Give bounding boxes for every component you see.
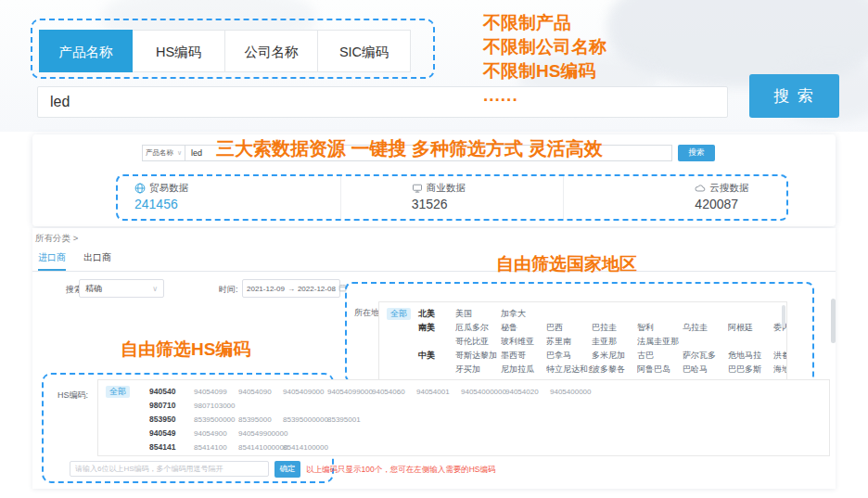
hs-code-item[interactable]: 940540 bbox=[149, 385, 194, 399]
hs-code-item[interactable]: 980710 bbox=[149, 399, 194, 413]
hs-code-item[interactable]: 9807103000 bbox=[194, 399, 238, 413]
region-item[interactable]: 美国 bbox=[455, 307, 501, 321]
filter-section: 所有分类 > 进口商 出口商 搜索模式: 精确 ∨ 时间: 2021-12-09… bbox=[32, 228, 836, 489]
stat-trade-data[interactable]: 贸易数据 241456 bbox=[118, 176, 340, 219]
tab-product-name[interactable]: 产品名称 bbox=[39, 30, 133, 72]
region-item[interactable]: 秘鲁 bbox=[501, 321, 546, 335]
annotation-line: ...... bbox=[483, 83, 606, 108]
hs-code-input[interactable] bbox=[70, 461, 269, 477]
hs-code-item[interactable]: 940549900000 bbox=[238, 427, 283, 441]
region-item[interactable]: 乌拉圭 bbox=[683, 321, 728, 335]
date-start: 2021-12-09 bbox=[247, 285, 285, 293]
region-item[interactable]: 阿鲁巴岛 bbox=[637, 363, 683, 377]
hs-code-item[interactable]: 854141000000 bbox=[238, 441, 283, 454]
mini-select-value: 产品名称 bbox=[146, 148, 173, 158]
summary-card: 产品名称 ∨ led 搜索 三大索数据资源 一键搜 多种筛选方式 灵活高效 bbox=[32, 134, 836, 226]
filter-area-scrollbar[interactable] bbox=[831, 299, 836, 343]
region-item[interactable]: 特立尼达和多巴... bbox=[546, 363, 592, 377]
search-type-tabs: 产品名称 HS编码 公司名称 SIC编码 bbox=[40, 30, 411, 72]
region-filter-panel: 全部 北美 美国 加拿大 南美 厄瓜多尔 秘鲁 巴西 巴拉圭 智利 乌拉圭 阿根… bbox=[378, 301, 787, 380]
hs-code-item[interactable]: 940549 bbox=[149, 427, 194, 441]
tab-importer[interactable]: 进口商 bbox=[38, 249, 66, 271]
breadcrumb[interactable]: 所有分类 > bbox=[35, 233, 78, 245]
region-item[interactable]: 巴拿马 bbox=[546, 349, 592, 363]
mini-search-type-select[interactable]: 产品名称 ∨ bbox=[142, 145, 185, 161]
hs-limit-note: 以上编码只显示100个，您可在左侧输入需要的HS编码 bbox=[306, 465, 496, 476]
main-search-input[interactable] bbox=[37, 86, 728, 118]
hs-code-item[interactable]: 94054099000 bbox=[327, 385, 372, 399]
hs-code-item[interactable]: 94054900 bbox=[194, 427, 238, 441]
region-item[interactable]: 巴巴多斯 bbox=[728, 363, 773, 377]
hs-all-chip[interactable]: 全部 bbox=[106, 386, 130, 398]
region-item[interactable]: 危地马拉 bbox=[728, 349, 773, 363]
hs-code-item[interactable]: 85395001 bbox=[327, 413, 372, 427]
hs-confirm-button[interactable]: 确定 bbox=[274, 461, 300, 478]
hs-code-item[interactable]: 85395000 bbox=[238, 413, 283, 427]
region-item[interactable]: 巴西 bbox=[546, 321, 592, 335]
region-item[interactable]: 苏里南 bbox=[546, 335, 592, 349]
region-item[interactable]: 牙买加 bbox=[455, 363, 501, 377]
importer-exporter-tabs: 进口商 出口商 bbox=[32, 249, 836, 272]
stat-label: 商业数据 bbox=[427, 182, 466, 195]
region-panel-scrollbar[interactable] bbox=[782, 305, 785, 327]
region-item[interactable]: 墨西哥 bbox=[501, 349, 546, 363]
tab-hs-code[interactable]: HS编码 bbox=[132, 30, 225, 72]
stat-value: 420087 bbox=[695, 197, 748, 211]
region-item[interactable]: 哥斯达黎加 bbox=[455, 349, 501, 363]
region-item[interactable]: 加拿大 bbox=[501, 307, 546, 321]
region-item[interactable]: 巴哈马 bbox=[683, 363, 728, 377]
region-item[interactable]: 多米尼加 bbox=[592, 349, 637, 363]
stats-highlight-box: 贸易数据 241456 商业数据 bbox=[116, 174, 788, 221]
region-item[interactable]: 阿根廷 bbox=[728, 321, 773, 335]
hero-annotations: 不限制产品 不限制公司名称 不限制HS编码 ...... bbox=[483, 11, 606, 108]
annotation-line: 不限制HS编码 bbox=[483, 59, 606, 83]
region-item[interactable]: 法属圭亚那 bbox=[637, 335, 683, 349]
region-item[interactable]: 波多黎各 bbox=[592, 363, 637, 377]
region-item[interactable]: 圭亚那 bbox=[592, 335, 637, 349]
stat-value: 31526 bbox=[412, 197, 466, 211]
hs-code-item[interactable]: 9405400000 bbox=[550, 385, 594, 399]
hs-code-item[interactable]: 94054000000 bbox=[461, 385, 505, 399]
tab-exporter[interactable]: 出口商 bbox=[83, 249, 111, 271]
region-item[interactable]: 尼加拉瓜 bbox=[501, 363, 546, 377]
main-search-button[interactable]: 搜 索 bbox=[749, 74, 839, 118]
region-item[interactable]: 智利 bbox=[637, 321, 683, 335]
hs-code-item[interactable]: 85414100 bbox=[194, 441, 238, 454]
search-mode-select[interactable]: 精确 ∨ bbox=[79, 279, 164, 298]
hs-code-item[interactable]: 94054060 bbox=[372, 385, 416, 399]
hs-code-item[interactable]: 8539500000 bbox=[194, 413, 238, 427]
hs-code-item[interactable]: 854141 bbox=[149, 441, 194, 454]
region-item[interactable]: 海地 bbox=[773, 363, 787, 377]
region-item[interactable]: 洪都拉斯 bbox=[773, 349, 787, 363]
stat-business-data[interactable]: 商业数据 31526 bbox=[340, 176, 564, 219]
tab-sic-code[interactable]: SIC编码 bbox=[317, 30, 411, 72]
region-all-chip[interactable]: 全部 bbox=[387, 308, 411, 320]
stat-cloud-search-data[interactable]: 云搜数据 420087 bbox=[563, 176, 786, 219]
mini-search-button[interactable]: 搜索 bbox=[678, 145, 715, 161]
region-item[interactable]: 巴拉圭 bbox=[592, 321, 637, 335]
hs-code-item[interactable]: 853950 bbox=[149, 413, 194, 427]
region-item[interactable]: 玻利维亚 bbox=[501, 335, 546, 349]
region-item[interactable]: 古巴 bbox=[637, 349, 683, 363]
region-item[interactable]: 厄瓜多尔 bbox=[455, 321, 501, 335]
hs-code-item[interactable]: 9405409000 bbox=[283, 385, 327, 399]
region-item[interactable]: 萨尔瓦多 bbox=[683, 349, 728, 363]
hs-code-item[interactable]: 94054090 bbox=[238, 385, 283, 399]
tab-company-name[interactable]: 公司名称 bbox=[224, 30, 318, 72]
hs-annotation: 自由筛选HS编码 bbox=[121, 338, 250, 362]
region-item[interactable]: 哥伦比亚 bbox=[455, 335, 501, 349]
hs-code-item[interactable]: 94054020 bbox=[505, 385, 550, 399]
hs-code-item[interactable]: 85414100000 bbox=[283, 441, 327, 454]
hs-filter-panel: 全部 940540 94054099 94054090 9405409000 9… bbox=[97, 379, 830, 456]
chevron-down-icon: ∨ bbox=[177, 149, 182, 157]
region-group-label: 中美 bbox=[418, 349, 455, 363]
search-mode-value: 精确 bbox=[85, 283, 102, 295]
time-label: 时间: bbox=[219, 284, 238, 296]
date-range-picker[interactable]: 2021-12-09 → 2022-12-08 bbox=[242, 279, 340, 298]
hs-code-item[interactable]: 94054001 bbox=[416, 385, 461, 399]
hs-code-item[interactable]: 85395000000 bbox=[283, 413, 327, 427]
hs-code-item[interactable]: 94054099 bbox=[194, 385, 238, 399]
annotation-line: 不限制公司名称 bbox=[483, 35, 606, 59]
date-end: 2022-12-08 bbox=[298, 285, 336, 293]
region-group-label: 南美 bbox=[418, 321, 455, 335]
